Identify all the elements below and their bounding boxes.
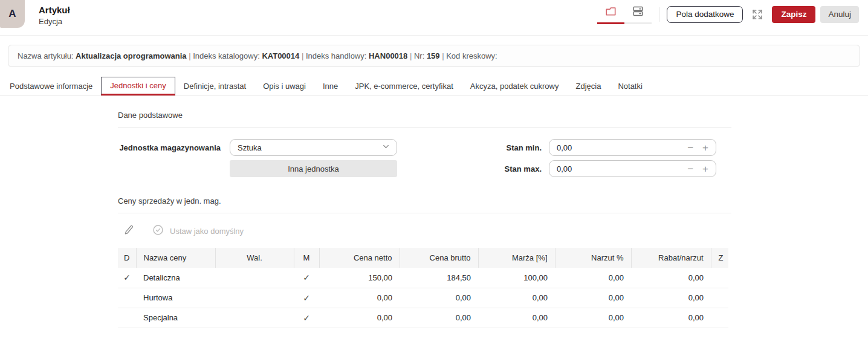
tab-akcyza-podatek-cukrowy[interactable]: Akcyza, podatek cukrowy — [462, 77, 568, 95]
cell-name: Hurtowa — [136, 288, 215, 308]
info-separator: | — [440, 51, 447, 60]
cell-netto: 0,00 — [319, 288, 400, 308]
cell-z — [711, 308, 728, 328]
column-header-d[interactable]: D — [118, 248, 136, 268]
section-ceny-sprzedazy: Ceny sprzedaży w jedn. mag. — [118, 196, 731, 213]
cell-marza: 100,00 — [478, 268, 555, 288]
tab-jednostki-i-ceny[interactable]: Jednostki i ceny — [101, 77, 175, 95]
header-actions: Pola dodatkowe Zapisz Anuluj — [597, 4, 859, 24]
select-value: Sztuka — [238, 143, 381, 152]
minus-icon[interactable]: − — [687, 143, 693, 153]
stan-max-field: − + — [549, 160, 716, 177]
tab-podstawowe-informacje[interactable]: Podstawowe informacje — [1, 77, 101, 95]
table-header-row: DNazwa cenyWal.MCena nettoCena bruttoMar… — [118, 248, 728, 268]
cell-narzut: 0,00 — [555, 268, 631, 288]
info-segment: Indeks handlowy: HAN00018 — [306, 51, 407, 60]
cell-brutto: 0,00 — [400, 288, 478, 308]
section-dane-podstawowe: Dane podstawowe — [118, 111, 731, 128]
set-default-button[interactable]: Ustaw jako domyślny — [152, 224, 244, 239]
minus-icon[interactable]: − — [687, 164, 693, 174]
column-header-name[interactable]: Nazwa ceny — [136, 248, 215, 268]
column-header-m[interactable]: M — [294, 248, 319, 268]
cell-z — [711, 268, 728, 288]
tab-definicje-intrastat[interactable]: Definicje, intrastat — [175, 77, 254, 95]
tab-notatki[interactable]: Notatki — [609, 77, 650, 95]
cell-d — [118, 308, 136, 328]
tab-inne[interactable]: Inne — [314, 77, 346, 95]
cell-z — [711, 288, 728, 308]
zapisz-button[interactable]: Zapisz — [772, 6, 815, 23]
drawer-view-tab[interactable] — [624, 4, 652, 21]
checkmark-icon: ✓ — [303, 293, 310, 303]
price-row-hurtowa[interactable]: Hurtowa✓0,000,000,000,000,00 — [118, 288, 728, 308]
table-body: ✓Detaliczna✓150,00184,50100,000,000,00Hu… — [118, 268, 728, 328]
cell-wal — [215, 268, 294, 288]
folder-icon — [604, 4, 618, 21]
jednostka-magazynowania-label: Jednostka magazynowania — [118, 143, 221, 152]
pencil-icon — [123, 224, 135, 239]
prices-table: DNazwa cenyWal.MCena nettoCena bruttoMar… — [118, 248, 728, 328]
artykul-edit-page: A Artykuł Edycja — [0, 0, 868, 328]
cell-d: ✓ — [118, 268, 136, 288]
info-segment: Kod kreskowy: — [446, 51, 497, 60]
header-separator — [659, 7, 659, 22]
cell-marza: 0,00 — [478, 288, 555, 308]
cell-narzut: 0,00 — [555, 308, 631, 328]
stan-max-input[interactable] — [557, 164, 678, 173]
view-switcher — [597, 4, 652, 24]
plus-icon[interactable]: + — [702, 164, 708, 174]
checkmark-icon: ✓ — [303, 313, 310, 323]
chevron-down-icon — [381, 142, 390, 154]
price-row-detaliczna[interactable]: ✓Detaliczna✓150,00184,50100,000,000,00 — [118, 268, 728, 288]
tab-zdjęcia[interactable]: Zdjęcia — [567, 77, 609, 95]
avatar: A — [0, 0, 25, 28]
expand-icon[interactable] — [751, 8, 764, 21]
cell-marza: 0,00 — [478, 308, 555, 328]
plus-icon[interactable]: + — [702, 143, 708, 153]
inna-jednostka-button[interactable]: Inna jednostka — [230, 160, 397, 177]
column-header-brutto[interactable]: Cena brutto — [400, 248, 478, 268]
tab-opis-i-uwagi[interactable]: Opis i uwagi — [254, 77, 314, 95]
drawer-icon — [631, 4, 645, 21]
anuluj-button[interactable]: Anuluj — [820, 6, 859, 23]
info-bar: Nazwa artykułu: Aktualizacja oprogramowa… — [8, 45, 860, 67]
stan-min-field: − + — [549, 139, 716, 156]
info-separator: | — [407, 51, 414, 60]
prices-toolbar: Ustaw jako domyślny — [118, 224, 731, 239]
cell-brutto: 184,50 — [400, 268, 478, 288]
price-row-specjalna[interactable]: Specjalna✓0,000,000,000,000,00 — [118, 308, 728, 328]
tab-jpk-e-commerce-certyfikat[interactable]: JPK, e-commerce, certyfikat — [346, 77, 462, 95]
cell-name: Specjalna — [136, 308, 215, 328]
checkmark-icon: ✓ — [303, 273, 310, 282]
cell-wal — [215, 288, 294, 308]
column-header-netto[interactable]: Cena netto — [319, 248, 400, 268]
cell-m: ✓ — [294, 268, 319, 288]
cell-wal — [215, 308, 294, 328]
jednostka-magazynowania-select[interactable]: Sztuka — [230, 139, 397, 156]
edit-price-button[interactable] — [123, 224, 135, 239]
cell-rabat: 0,00 — [631, 288, 711, 308]
check-circle-icon — [152, 224, 164, 239]
cell-m: ✓ — [294, 288, 319, 308]
cell-rabat: 0,00 — [631, 268, 711, 288]
page-subtitle: Edycja — [39, 17, 70, 26]
column-header-narzut[interactable]: Narzut % — [555, 248, 631, 268]
page-header: A Artykuł Edycja — [0, 0, 868, 36]
info-segment: Nr: 159 — [414, 51, 440, 60]
column-header-marza[interactable]: Marża [%] — [478, 248, 555, 268]
cell-narzut: 0,00 — [555, 288, 631, 308]
pola-dodatkowe-button[interactable]: Pola dodatkowe — [667, 6, 743, 23]
info-separator: | — [187, 51, 193, 60]
folder-view-tab[interactable] — [597, 4, 624, 21]
tab-content: Dane podstawowe Jednostka magazynowania … — [118, 111, 731, 328]
cell-netto: 0,00 — [319, 308, 400, 328]
set-default-label: Ustaw jako domyślny — [170, 227, 244, 236]
stan-min-input[interactable] — [557, 143, 678, 152]
stan-min-label: Stan min. — [502, 143, 542, 152]
stan-max-label: Stan max. — [502, 164, 542, 173]
column-header-wal[interactable]: Wal. — [215, 248, 294, 268]
page-title: Artykuł — [39, 5, 70, 15]
cell-m: ✓ — [294, 308, 319, 328]
column-header-rabat[interactable]: Rabat/narzut — [631, 248, 711, 268]
column-header-z[interactable]: Z — [711, 248, 728, 268]
